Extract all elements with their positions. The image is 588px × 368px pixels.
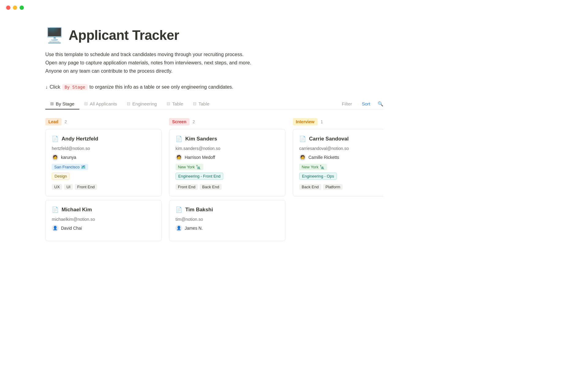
tab-icon-all-applicants: ⊟ xyxy=(84,101,88,106)
card-andy-hertzfeld[interactable]: 📄 Andy Hertzfeld hertzfeld@notion.so 🧑 k… xyxy=(45,129,162,196)
tab-icon-table-1: ⊟ xyxy=(167,101,170,106)
avatar-michael: 👤 xyxy=(52,225,58,232)
stage-badge-screen: Screen xyxy=(169,118,190,125)
card-kim-sanders[interactable]: 📄 Kim Sanders kim.sanders@notion.so 🧑 Ha… xyxy=(169,129,285,196)
column-interview: Interview 1 📄 Carrie Sandoval carriesand… xyxy=(293,118,383,245)
assignee-name-andy: karunya xyxy=(61,155,76,160)
by-stage-badge[interactable]: By Stage xyxy=(62,84,88,90)
tab-icon-table-2: ⊟ xyxy=(193,101,197,106)
assignee-row-carrie: 🧑 Camille Ricketts xyxy=(299,154,383,161)
maximize-button[interactable] xyxy=(20,6,24,10)
hint-arrow: ↓ xyxy=(45,84,48,90)
column-lead: Lead 2 📄 Andy Hertzfeld hertzfeld@notion… xyxy=(45,118,162,245)
column-header-interview: Interview 1 xyxy=(293,118,383,125)
skills-andy: UX UI Front End xyxy=(52,184,155,190)
doc-icon-michael: 📄 xyxy=(52,206,58,213)
description-line-2: Open any page to capture application mat… xyxy=(45,59,383,67)
column-screen: Screen 2 📄 Kim Sanders kim.sanders@notio… xyxy=(169,118,285,245)
skill-frontend-kim: Front End xyxy=(175,184,198,190)
card-email-kim: kim.sanders@notion.so xyxy=(175,146,279,151)
description-line-1: Use this template to schedule and track … xyxy=(45,50,383,59)
hint-text: ↓ Click By Stage to organize this info a… xyxy=(45,84,383,90)
hint-suffix: to organize this info as a table or see … xyxy=(89,84,233,90)
page-header: 🖥️ Applicant Tracker xyxy=(45,28,383,43)
close-button[interactable] xyxy=(6,6,10,10)
filter-action[interactable]: Filter xyxy=(339,100,354,108)
stage-badge-lead: Lead xyxy=(45,118,62,125)
card-name-andy: Andy Hertzfeld xyxy=(62,136,98,142)
dept-andy: Design xyxy=(52,173,70,180)
doc-icon-andy: 📄 xyxy=(52,136,58,142)
column-count-screen: 2 xyxy=(193,119,195,124)
card-name-kim: Kim Sanders xyxy=(185,136,217,142)
assignee-name-carrie: Camille Ricketts xyxy=(308,155,339,160)
tabs-container: ⊞ By Stage ⊟ All Applicants ⊟ Engineerin… xyxy=(45,99,383,109)
card-carrie-sandoval[interactable]: 📄 Carrie Sandoval carriesandoval@notion.… xyxy=(293,129,383,196)
tab-label-table-1: Table xyxy=(172,101,183,106)
assignee-row-tim: 👤 James N. xyxy=(175,225,279,232)
card-name-carrie: Carrie Sandoval xyxy=(309,136,349,142)
page-description: Use this template to schedule and track … xyxy=(45,50,383,75)
assignee-name-michael: David Chai xyxy=(61,226,82,231)
assignee-name-kim: Harrison Medoff xyxy=(185,155,215,160)
skills-kim: Front End Back End xyxy=(175,184,279,190)
tab-by-stage[interactable]: ⊞ By Stage xyxy=(45,99,79,109)
skill-ui: UI xyxy=(64,184,73,190)
card-name-michael: Michael Kim xyxy=(62,207,92,213)
tabs-right: Filter Sort 🔍 xyxy=(339,100,383,108)
card-email-carrie: carriesandoval@notion.so xyxy=(299,146,383,151)
card-michael-kim[interactable]: 📄 Michael Kim michaelkim@notion.so 👤 Dav… xyxy=(45,200,162,241)
doc-icon-tim: 📄 xyxy=(175,206,182,213)
doc-icon-kim: 📄 xyxy=(175,136,182,142)
page-icon: 🖥️ xyxy=(45,28,64,43)
traffic-lights xyxy=(0,0,588,15)
tab-icon-by-stage: ⊞ xyxy=(50,101,54,106)
card-email-michael: michaelkim@notion.so xyxy=(52,217,155,222)
sort-action[interactable]: Sort xyxy=(359,100,373,108)
skill-backend-carrie: Back End xyxy=(299,184,321,190)
stage-badge-interview: Interview xyxy=(293,118,318,125)
tab-icon-engineering: ⊟ xyxy=(127,101,130,106)
assignee-row-michael: 👤 David Chai xyxy=(52,225,155,232)
avatar-carrie: 🧑 xyxy=(299,154,306,161)
tab-label-by-stage: By Stage xyxy=(56,101,74,106)
assignee-name-tim: James N. xyxy=(185,226,203,231)
assignee-row-kim: 🧑 Harrison Medoff xyxy=(175,154,279,161)
skill-frontend-andy: Front End xyxy=(75,184,97,190)
description-line-3: Anyone on any team can contribute to the… xyxy=(45,67,383,75)
page-title: Applicant Tracker xyxy=(69,28,179,43)
location-kim: New York 🗽 xyxy=(175,164,203,170)
skill-backend-kim: Back End xyxy=(200,184,222,190)
tab-table-2[interactable]: ⊟ Table xyxy=(188,99,214,109)
skill-ux: UX xyxy=(52,184,62,190)
avatar-andy: 🧑 xyxy=(52,154,58,161)
card-tim-bakshi[interactable]: 📄 Tim Bakshi tim@notion.so 👤 James N. xyxy=(169,200,285,241)
card-email-tim: tim@notion.so xyxy=(175,217,279,222)
dept-kim: Engineering - Front End xyxy=(175,173,223,180)
tab-label-table-2: Table xyxy=(198,101,209,106)
tab-all-applicants[interactable]: ⊟ All Applicants xyxy=(79,99,122,109)
tab-table-1[interactable]: ⊟ Table xyxy=(162,99,188,109)
column-count-lead: 2 xyxy=(65,119,67,124)
dept-carrie: Engineering - Ops xyxy=(299,173,337,180)
tab-label-all-applicants: All Applicants xyxy=(90,101,117,106)
skills-carrie: Back End Platform xyxy=(299,184,383,190)
assignee-row-andy: 🧑 karunya xyxy=(52,154,155,161)
tab-label-engineering: Engineering xyxy=(132,101,157,106)
card-name-tim: Tim Bakshi xyxy=(185,207,213,213)
board: Lead 2 📄 Andy Hertzfeld hertzfeld@notion… xyxy=(45,118,383,245)
search-icon[interactable]: 🔍 xyxy=(378,101,383,107)
column-header-screen: Screen 2 xyxy=(169,118,285,125)
tabs-left: ⊞ By Stage ⊟ All Applicants ⊟ Engineerin… xyxy=(45,99,339,109)
avatar-kim: 🧑 xyxy=(175,154,182,161)
hint-click-label: Click xyxy=(50,84,60,90)
location-carrie: New York 🗽 xyxy=(299,164,327,170)
column-count-interview: 1 xyxy=(321,119,323,124)
minimize-button[interactable] xyxy=(13,6,17,10)
skill-platform-carrie: Platform xyxy=(323,184,343,190)
tab-engineering[interactable]: ⊟ Engineering xyxy=(122,99,162,109)
avatar-tim: 👤 xyxy=(175,225,182,232)
location-andy: San Francisco 🗺️ xyxy=(52,164,88,170)
doc-icon-carrie: 📄 xyxy=(299,136,306,142)
card-email-andy: hertzfeld@notion.so xyxy=(52,146,155,151)
